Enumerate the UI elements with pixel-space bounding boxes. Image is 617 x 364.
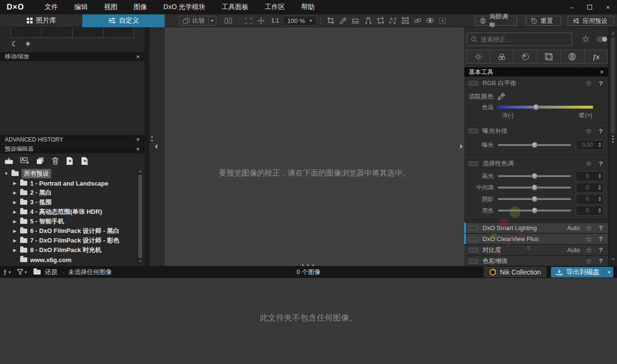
tree-row[interactable]: ▶3 - 氛围 [0, 198, 137, 207]
delete-preset-icon[interactable] [52, 157, 59, 165]
category-local-adjust-button[interactable] [561, 50, 584, 64]
tree-scrollbar[interactable]: ▲ ▼ [137, 169, 143, 264]
blacks-slider-handle[interactable] [531, 208, 538, 214]
exposure-section-header[interactable]: 曝光补偿 ☆ ? [464, 126, 608, 136]
compare-dropdown[interactable]: ▾ [209, 16, 216, 26]
highlight-clipping-sun-icon[interactable]: ☀ [24, 40, 31, 48]
tree-row[interactable]: ▶1 - Portrait and Landscape [0, 178, 137, 188]
shadows-slider-handle[interactable] [531, 196, 538, 202]
tree-row[interactable]: ▶6 - DxO FilmPack 设计师 - 黑白 [0, 226, 137, 236]
close-button[interactable]: × [599, 0, 617, 14]
enable-checkbox[interactable] [469, 226, 478, 231]
blacks-value-box[interactable]: 0 [576, 206, 604, 216]
tree-expand-icon[interactable]: ▶ [12, 200, 17, 205]
category-color-button[interactable] [490, 50, 514, 64]
local-adjustments-button[interactable]: 局部调整 [475, 16, 517, 26]
force-parallel-tool-icon[interactable] [362, 16, 374, 26]
splitter-grip[interactable] [151, 136, 153, 138]
rectangle-tool-icon[interactable] [374, 16, 387, 26]
temperature-slider-track[interactable] [498, 106, 593, 109]
temperature-slider-handle[interactable] [533, 104, 539, 110]
new-preset-from-image-icon[interactable] [20, 157, 29, 165]
help-icon[interactable]: ? [598, 246, 604, 254]
maximize-button[interactable] [581, 0, 599, 14]
tree-row[interactable]: ▶5 - 智能手机 [0, 217, 137, 226]
blacks-slider-track[interactable] [498, 210, 571, 211]
favorite-star-icon[interactable]: ☆ [586, 159, 592, 168]
menu-tool-panels[interactable]: 工具面板 [213, 0, 257, 14]
help-icon[interactable]: ? [598, 160, 604, 167]
exposure-slider-handle[interactable] [531, 142, 538, 148]
tree-row-all-presets[interactable]: ▼ 所有预设 [0, 169, 137, 178]
favorite-star-icon[interactable]: ☆ [586, 235, 592, 243]
tree-row[interactable]: ▶8 - DxO FilmPack 时光机 [0, 245, 137, 255]
help-icon[interactable]: ? [598, 128, 604, 135]
shadows-slider-track[interactable] [498, 198, 571, 200]
export-to-disk-button[interactable]: 导出到磁盘 ▾ [551, 267, 613, 277]
tree-expand-icon[interactable]: ▶ [12, 210, 17, 214]
splitter-grip[interactable] [612, 135, 614, 137]
white-balance-eyedropper-icon[interactable] [337, 16, 349, 26]
red-eye-tool-icon[interactable] [424, 16, 437, 26]
tree-expand-icon[interactable]: ▶ [12, 248, 17, 253]
tab-customize[interactable]: 自定义 [82, 14, 165, 27]
clearview-section-header[interactable]: DxO ClearView Plus ☆ ? [464, 233, 608, 244]
scroll-up-icon[interactable]: ▲ [138, 169, 142, 174]
favorite-star-icon[interactable]: ☆ [586, 246, 592, 254]
export-options-dropdown[interactable]: ▾ [605, 267, 613, 277]
scrollbar-thumb[interactable] [138, 175, 142, 258]
enable-checkbox[interactable] [469, 237, 478, 242]
tree-row[interactable]: ▶4 - 高动态范围(单张 HDR) [0, 207, 137, 217]
collapse-right-panel-icon[interactable]: › [460, 142, 462, 150]
close-icon[interactable]: × [136, 136, 140, 143]
white-balance-section-header[interactable]: RGB 白平衡 ☆ ? [464, 78, 608, 88]
crop-tool-icon[interactable] [325, 16, 337, 26]
search-input[interactable] [481, 36, 568, 43]
close-icon[interactable]: × [136, 54, 140, 60]
tree-expand-icon[interactable]: ▶ [12, 190, 17, 195]
polyline-tool-icon[interactable] [387, 16, 399, 26]
favorites-filter-star-icon[interactable]: ☆ [582, 33, 590, 44]
close-icon[interactable]: × [600, 68, 604, 76]
exposure-value-box[interactable]: 0.00 [576, 140, 604, 150]
color-picker-eyedropper-icon[interactable] [497, 93, 505, 100]
exposure-slider-track[interactable] [498, 144, 571, 146]
menu-help[interactable]: 帮助 [293, 0, 323, 14]
compare-button[interactable]: 比较 [179, 16, 209, 26]
create-preset-icon[interactable] [66, 157, 74, 165]
split-view-icon[interactable] [222, 16, 235, 26]
scrollbar-thumb[interactable] [611, 38, 615, 133]
selective-tone-section-header[interactable]: 选择性色调 ☆ ? [464, 158, 608, 169]
left-panel-splitter[interactable]: ‹ [149, 27, 165, 266]
right-panel-scrollbar[interactable]: ▲ ▼ [609, 27, 617, 266]
tab-photo-library[interactable]: 照片库 [0, 14, 82, 27]
tree-row[interactable]: ▶7 - DxO FilmPack 设计师 - 彩色 [0, 236, 137, 245]
tree-row[interactable]: ▶2 - 黑白 [0, 188, 137, 198]
stepper-icon[interactable] [598, 208, 601, 213]
menu-image[interactable]: 图像 [125, 0, 155, 14]
category-geometry-button[interactable] [538, 50, 561, 64]
menu-optics-modules[interactable]: DxO 光学模块 [155, 0, 213, 14]
help-icon[interactable]: ? [598, 235, 604, 243]
menu-view[interactable]: 视图 [96, 0, 125, 14]
export-preset-icon[interactable] [81, 157, 89, 165]
shadows-value-box[interactable]: 0 [576, 194, 604, 204]
menu-edit[interactable]: 编辑 [66, 0, 96, 14]
zoom-level-dropdown[interactable]: 100 % ▾ [283, 16, 316, 26]
duplicate-preset-icon[interactable] [36, 157, 45, 165]
midtones-slider-track[interactable] [498, 187, 571, 188]
category-detail-button[interactable] [514, 50, 537, 64]
tree-expand-icon[interactable]: ▶ [12, 229, 17, 233]
minimize-button[interactable]: – [562, 0, 581, 14]
repair-tool-icon[interactable] [412, 16, 424, 26]
midtones-value-box[interactable]: 0 [576, 183, 604, 193]
enable-checkbox[interactable] [469, 81, 478, 86]
pan-move-icon[interactable] [255, 16, 268, 26]
highlights-slider-handle[interactable] [531, 173, 538, 179]
nik-collection-button[interactable]: Nik Collection [484, 267, 546, 277]
tree-expand-icon[interactable]: ▶ [12, 219, 17, 224]
selection-tool-icon[interactable] [437, 16, 449, 26]
scroll-up-icon[interactable]: ▲ [611, 31, 615, 36]
stepper-icon[interactable] [598, 174, 601, 178]
menu-file[interactable]: 文件 [36, 0, 66, 14]
